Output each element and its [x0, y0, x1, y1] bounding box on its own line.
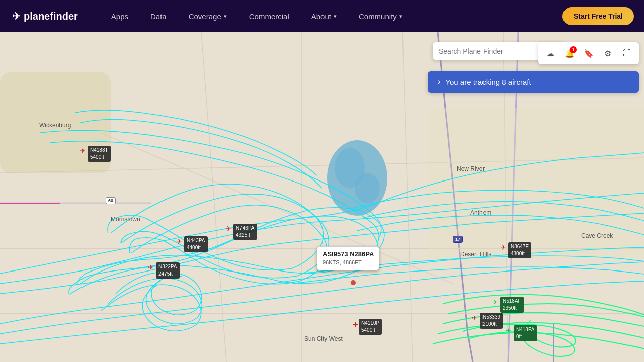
svg-text:✈: ✈ [506, 327, 511, 334]
about-chevron-icon: ▾ [334, 13, 337, 20]
svg-text:✈: ✈ [225, 225, 231, 233]
nav-links: Apps Data Coverage ▾ Commercial About ▾ … [100, 0, 414, 32]
search-input[interactable] [439, 47, 547, 55]
road-i17: 17 [453, 236, 463, 243]
aircraft-n746pa[interactable]: ✈ N746PA 4325ft [225, 225, 233, 235]
weather-icon[interactable]: ☁ [542, 45, 558, 61]
svg-rect-15 [0, 72, 111, 173]
aircraft-n4110p[interactable]: N4110P 5400ft [351, 320, 361, 332]
tracking-banner-text: You are tracking 8 aircraft [445, 78, 531, 86]
aircraft-n4188t[interactable]: ✈ N4188T 5400ft [79, 147, 88, 157]
map-container[interactable]: Wickenburg Morristown New River Anthem C… [0, 32, 644, 362]
tracking-banner-arrow: › [438, 77, 440, 86]
aircraft-n443pa[interactable]: ✈ N443PA 4400ft [176, 237, 184, 247]
svg-text:✈: ✈ [79, 147, 86, 155]
svg-text:✈: ✈ [176, 237, 182, 245]
logo[interactable]: ✈ planefinder [0, 10, 90, 22]
svg-text:✈: ✈ [472, 314, 477, 322]
notification-icon[interactable]: 🔔 1 [561, 45, 578, 61]
svg-text:✈: ✈ [148, 263, 154, 272]
aircraft-n822pa[interactable]: ✈ N822PA 2475ft [148, 263, 156, 274]
road-60: 60 [106, 197, 116, 204]
aircraft-n8647e[interactable]: ✈ N8647E 4300ft [500, 243, 508, 253]
svg-text:✈: ✈ [492, 298, 498, 306]
aircraft-n418pa[interactable]: ✈ N418PA 0ft [506, 326, 514, 336]
logo-plane-icon: ✈ [12, 10, 21, 22]
aircraft-n53339[interactable]: ✈ N53339 2100ft [472, 314, 480, 324]
aircraft-n286pa-dot[interactable] [348, 278, 358, 290]
nav-community[interactable]: Community ▾ [348, 0, 414, 32]
svg-point-21 [351, 280, 356, 285]
toolbar: ☁ 🔔 1 🔖 ⚙ ⛶ [538, 42, 639, 64]
nav-commercial[interactable]: Commercial [238, 0, 300, 32]
aircraft-n518af[interactable]: ✈ N518AF 2350ft [492, 298, 500, 308]
start-free-button[interactable]: Start Free Trial [562, 7, 634, 25]
settings-icon[interactable]: ⚙ [600, 45, 616, 61]
svg-point-14 [355, 173, 380, 203]
logo-text: planefinder [24, 11, 78, 22]
fullscreen-icon[interactable]: ⛶ [619, 45, 635, 61]
navbar: ✈ planefinder Apps Data Coverage ▾ Comme… [0, 0, 644, 32]
tracking-banner[interactable]: › You are tracking 8 aircraft [428, 71, 639, 93]
coverage-chevron-icon: ▾ [224, 13, 227, 20]
nav-data[interactable]: Data [139, 0, 178, 32]
bookmark-icon[interactable]: 🔖 [581, 45, 597, 61]
notification-badge: 1 [570, 46, 577, 53]
nav-coverage[interactable]: Coverage ▾ [178, 0, 238, 32]
nav-about[interactable]: About ▾ [300, 0, 348, 32]
svg-text:✈: ✈ [500, 243, 506, 251]
nav-apps[interactable]: Apps [100, 0, 139, 32]
community-chevron-icon: ▾ [399, 13, 403, 20]
